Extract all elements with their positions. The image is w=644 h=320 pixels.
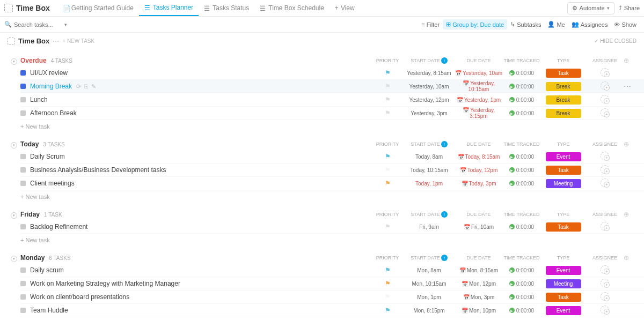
flag-icon[interactable]: ⚑ [385,266,391,274]
col-assignee[interactable]: ASSIGNEE [586,255,624,261]
play-icon[interactable]: ▶ [509,70,515,76]
assignee-add[interactable] [601,81,609,90]
task-row[interactable]: Client meetings ⚑ Today, 1pm 📅Today, 3pm… [20,177,644,190]
group-name[interactable]: Monday [20,254,45,262]
status-square[interactable] [20,224,26,229]
assignee-add[interactable] [601,108,609,117]
edit-icon[interactable]: ✎ [91,83,96,90]
play-icon[interactable]: ▶ [509,110,515,116]
col-due-date[interactable]: DUE DATE [455,142,503,147]
start-date[interactable]: Yesterday, 8:15am [407,70,451,76]
time-tracked[interactable]: ▶0:00:00 [503,181,540,187]
task-row[interactable]: Team Huddle ⚑ Mon, 8:15pm 📅Mon, 10pm ▶0:… [20,304,644,317]
assignee-add[interactable] [601,68,609,77]
due-date[interactable]: Mon, 12pm [469,281,496,287]
flag-icon[interactable]: ⚑ [385,96,391,103]
start-date[interactable]: Today, 10:15am [410,167,448,173]
due-date[interactable]: Mon, 10pm [469,308,496,314]
group-by-button[interactable]: ⊞Group by: Due date [443,19,507,29]
new-task-button[interactable]: + New task [20,234,644,247]
due-date[interactable]: Yesterday, 1pm [464,97,501,103]
status-square[interactable] [20,84,26,89]
flag-icon[interactable]: ⚑ [385,153,391,160]
col-time-tracked[interactable]: TIME TRACKED [503,212,540,217]
add-column-button[interactable]: ⊕ [624,254,636,262]
task-row[interactable]: Daily scrum ⚑ Mon, 8am 📅Mon, 8:15am ▶0:0… [20,264,644,277]
time-tracked[interactable]: ▶0:00:00 [503,154,540,160]
time-tracked[interactable]: ▶0:00:00 [503,70,540,76]
flag-icon[interactable]: ⚑ [385,166,391,174]
add-column-button[interactable]: ⊕ [624,140,636,148]
status-square[interactable] [20,167,26,173]
task-row[interactable]: Work on Marketing Strategy with Marketin… [20,277,644,291]
col-time-tracked[interactable]: TIME TRACKED [503,58,540,63]
me-button[interactable]: 👤Me [544,19,568,29]
group-name[interactable]: Overdue [20,57,47,64]
new-task-button[interactable]: + New task [20,317,644,320]
task-row[interactable]: Afternoon Break ⚑ Yesterday, 3pm 📅Yester… [20,107,644,120]
assignee-add[interactable] [601,178,609,187]
more-icon[interactable]: ⋯ [624,82,631,91]
col-time-tracked[interactable]: TIME TRACKED [503,142,540,147]
duplicate-icon[interactable]: ⎘ [84,83,88,90]
assignee-add[interactable] [601,292,609,301]
assignees-button[interactable]: 👥Assignees [568,19,611,29]
col-due-date[interactable]: DUE DATE [455,58,503,63]
time-tracked[interactable]: ▶0:00:00 [503,267,540,273]
col-due-date[interactable]: DUE DATE [455,212,503,217]
task-row[interactable]: Backlog Refinement ⚑ Fri, 9am 📅Fri, 10am… [20,220,644,234]
col-type[interactable]: TYPE [540,212,586,217]
time-tracked[interactable]: ▶0:00:00 [503,110,540,116]
assignee-add[interactable] [601,306,609,314]
status-square[interactable] [20,294,26,300]
flag-icon[interactable]: ⚑ [385,307,391,314]
status-square[interactable] [20,154,26,159]
start-date[interactable]: Mon, 10:15am [412,281,447,287]
task-row[interactable]: Daily Scrum ⚑ Today, 8am 📅Today, 8:15am … [20,150,644,163]
type-pill[interactable]: Task [546,69,581,78]
play-icon[interactable]: ▶ [509,224,515,229]
flag-icon[interactable]: ⚑ [385,109,391,117]
due-date[interactable]: Today, 8:15am [465,154,500,160]
show-button[interactable]: 👁Show [611,20,640,29]
due-date[interactable]: Today, 3pm [469,181,496,187]
type-pill[interactable]: Event [546,266,581,275]
tab-add-view[interactable]: +View [330,0,360,16]
filter-button[interactable]: ≡Filter [418,20,443,29]
start-date[interactable]: Yesterday, 10am [409,84,449,90]
start-date[interactable]: Yesterday, 3pm [411,110,447,116]
start-date[interactable]: Today, 8am [415,154,443,160]
tab-tasks-status[interactable]: ☰Tasks Status [199,0,254,16]
type-pill[interactable]: Meeting [546,179,581,188]
flag-icon[interactable]: ⚑ [385,83,391,90]
add-column-button[interactable]: ⊕ [624,57,636,64]
type-pill[interactable]: Break [546,95,581,105]
collapse-icon[interactable]: ▾ [11,256,17,262]
group-name[interactable]: Friday [20,211,40,218]
collapse-icon[interactable]: ▾ [11,212,17,219]
task-row[interactable]: UI/UX review ⚑ Yesterday, 8:15am 📅Yester… [20,66,644,80]
play-icon[interactable]: ▶ [509,97,515,102]
task-row[interactable]: Business Analysis/Business Development t… [20,163,644,177]
flag-icon[interactable]: ⚑ [385,180,391,187]
start-date[interactable]: Mon, 1pm [417,294,441,300]
col-due-date[interactable]: DUE DATE [455,255,503,261]
col-priority[interactable]: PRIORITY [371,212,404,217]
status-square[interactable] [20,70,26,76]
assignee-add[interactable] [601,222,609,230]
search-input[interactable] [14,21,62,28]
col-start-date[interactable]: START DATE↑ [404,141,455,147]
type-pill[interactable]: Event [546,152,581,161]
assignee-add[interactable] [601,152,609,160]
due-date[interactable]: Today, 12pm [467,167,498,173]
new-task-header-button[interactable]: + NEW TASK [62,38,94,44]
time-tracked[interactable]: ▶0:00:00 [503,97,540,103]
recurring-icon[interactable]: ⟳ [76,83,81,90]
assignee-add[interactable] [601,165,609,174]
task-row[interactable]: Work on client/board presentations ⚑ Mon… [20,291,644,304]
new-task-button[interactable]: + New task [20,120,644,133]
type-pill[interactable]: Task [546,293,581,302]
due-date[interactable]: Mon, 8:15am [467,267,498,273]
collapse-icon[interactable]: ▾ [11,58,17,65]
time-tracked[interactable]: ▶0:00:00 [503,224,540,230]
